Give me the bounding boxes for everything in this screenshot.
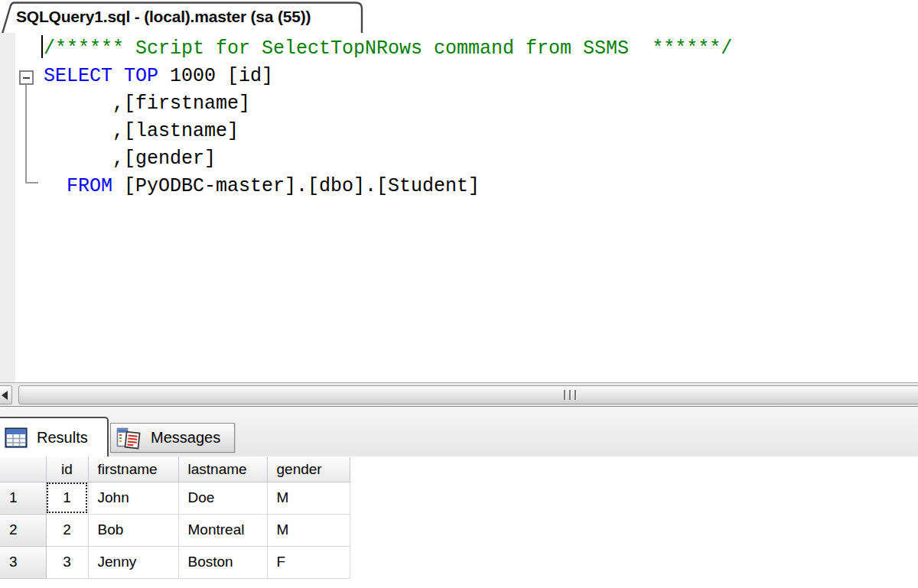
code-line: FROM [PyODBC-master].[dbo].[Student] bbox=[44, 173, 732, 200]
code-segment-plain: ,[firstname] bbox=[44, 93, 250, 115]
grid-cell[interactable]: M bbox=[267, 514, 350, 546]
collapse-minus-icon[interactable] bbox=[19, 70, 34, 85]
code-segment-keyword: SELECT TOP bbox=[44, 65, 158, 87]
sql-editor[interactable]: /****** Script for SelectTopNRows comman… bbox=[0, 33, 918, 382]
fold-region-line bbox=[25, 85, 27, 184]
code-segment-plain: ,[lastname] bbox=[44, 120, 239, 142]
column-header-firstname[interactable]: firstname bbox=[88, 457, 178, 482]
code-segment-keyword: FROM bbox=[67, 175, 112, 197]
grid-header-row: idfirstnamelastnamegender bbox=[0, 457, 350, 482]
column-header-id[interactable]: id bbox=[46, 457, 88, 482]
grid-row: 22BobMontrealM bbox=[0, 514, 350, 546]
code-segment-comment: /****** Script for SelectTopNRows comman… bbox=[44, 37, 732, 60]
grid-row: 33JennyBostonF bbox=[0, 546, 350, 578]
code-area[interactable]: /****** Script for SelectTopNRows comman… bbox=[44, 35, 732, 200]
left-arrow-icon bbox=[2, 391, 8, 400]
row-header[interactable]: 2 bbox=[0, 514, 46, 546]
scrollbar-thumb[interactable] bbox=[18, 385, 918, 404]
code-segment-plain: [PyODBC-master].[dbo].[Student] bbox=[112, 175, 480, 197]
grid-cell[interactable]: Doe bbox=[178, 482, 267, 514]
scrollbar-grip-icon bbox=[564, 390, 577, 400]
fold-region-line-foot bbox=[25, 182, 38, 184]
document-tab[interactable]: SQLQuery1.sql - (local).master (sa (55)) bbox=[0, 0, 375, 34]
code-segment-plain: ,[gender] bbox=[44, 148, 216, 170]
code-segment-plain bbox=[44, 175, 67, 197]
code-line: ,[gender] bbox=[44, 145, 732, 173]
tab-results-label: Results bbox=[37, 429, 88, 447]
code-line: ,[firstname] bbox=[44, 90, 732, 118]
grid-cell[interactable]: 2 bbox=[46, 514, 88, 546]
text-caret bbox=[41, 35, 43, 58]
row-header[interactable]: 3 bbox=[0, 546, 46, 578]
grid-cell[interactable]: Jenny bbox=[88, 546, 178, 578]
grid-cell[interactable]: Boston bbox=[178, 546, 267, 578]
grid-cell[interactable]: 3 bbox=[46, 546, 88, 578]
results-pane: Results Messages idfirstname bbox=[0, 407, 918, 588]
grid-cell[interactable]: Bob bbox=[88, 514, 178, 546]
code-segment-plain: 1000 [id] bbox=[158, 65, 273, 87]
horizontal-scrollbar[interactable] bbox=[0, 382, 918, 407]
tab-messages-label: Messages bbox=[151, 429, 220, 447]
grid-cell[interactable]: M bbox=[267, 482, 350, 514]
code-line: ,[lastname] bbox=[44, 118, 732, 145]
grid-corner-cell[interactable] bbox=[0, 457, 46, 482]
document-tab-title: SQLQuery1.sql - (local).master (sa (55)) bbox=[16, 8, 311, 26]
grid-cell[interactable]: 1 bbox=[46, 482, 88, 514]
editor-indicator-margin bbox=[0, 33, 15, 382]
row-header[interactable]: 1 bbox=[0, 482, 46, 514]
messages-icon bbox=[116, 427, 141, 450]
code-line: SELECT TOP 1000 [id] bbox=[44, 63, 732, 90]
grid-cell[interactable]: Montreal bbox=[178, 514, 267, 546]
document-tab-bar: SQLQuery1.sql - (local).master (sa (55)) bbox=[0, 0, 918, 33]
scrollbar-left-arrow-button[interactable] bbox=[0, 385, 12, 404]
tab-results[interactable]: Results bbox=[0, 417, 109, 456]
grid-cell[interactable]: John bbox=[88, 482, 178, 514]
column-header-lastname[interactable]: lastname bbox=[178, 457, 267, 482]
results-grid[interactable]: idfirstnamelastnamegender 11JohnDoeM22Bo… bbox=[0, 457, 350, 579]
grid-body: 11JohnDoeM22BobMontrealM33JennyBostonF bbox=[0, 482, 350, 578]
grid-row: 11JohnDoeM bbox=[0, 482, 350, 514]
code-line: /****** Script for SelectTopNRows comman… bbox=[44, 35, 732, 63]
results-tab-bar: Results Messages bbox=[0, 407, 918, 456]
column-header-gender[interactable]: gender bbox=[267, 457, 350, 482]
tab-messages[interactable]: Messages bbox=[110, 423, 235, 453]
results-grid-icon bbox=[5, 427, 28, 448]
grid-cell[interactable]: F bbox=[267, 546, 350, 578]
